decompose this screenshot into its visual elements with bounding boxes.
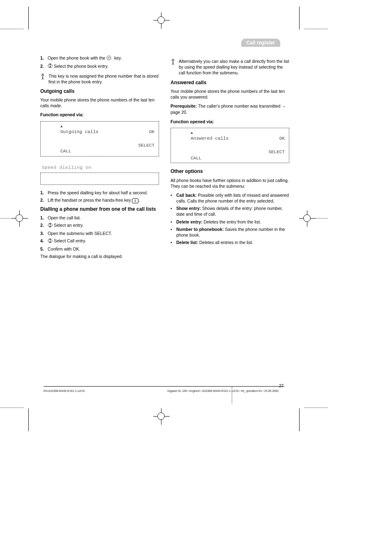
svg-rect-9 [50, 223, 51, 225]
info-icon [171, 58, 175, 66]
svg-point-1 [108, 57, 109, 58]
step-number: 2. [40, 63, 45, 70]
scroll-key-icon [48, 63, 53, 69]
lcd-up-arrow-icon: ▲ [45, 124, 154, 129]
left-column: 1. Open the phone book with the key. 2. … [40, 55, 159, 263]
svg-point-6 [42, 75, 42, 76]
registration-mark [12, 210, 28, 227]
footer: EN A31008-M449-R101-1-UZ19 Gigaset SL 10… [44, 389, 279, 392]
crop-mark [299, 408, 300, 431]
svg-rect-10 [50, 226, 51, 227]
crop-mark [28, 408, 29, 431]
section-tab: Call register [241, 39, 280, 47]
label-prerequisite: Prerequisite: [171, 104, 197, 108]
nav-key-icon [106, 55, 113, 62]
option-title: Delete list: [176, 240, 198, 245]
step: 1. Open the phone book with the key. [40, 55, 159, 62]
heading-other-options: Other options [171, 168, 289, 175]
svg-point-16 [173, 60, 174, 61]
step-text: Open the submenu with SELECT. [48, 230, 112, 236]
option-title: Show entry: [176, 206, 201, 211]
footer-left: EN A31008-M449-R101-1-UZ19 [44, 389, 85, 392]
paragraph: Prerequisite: The caller's phone number … [171, 103, 289, 115]
step-text: Open the phone book with the key. [48, 55, 122, 62]
step-number: 1. [40, 55, 45, 62]
svg-rect-12 [50, 239, 51, 240]
step-text: Press the speed dialling key for about h… [48, 190, 148, 196]
crop-mark [304, 29, 328, 29]
list-item: •Call back: Possible only with lists of … [171, 192, 289, 204]
scroll-key-icon [48, 223, 53, 229]
lcd-ok: OK [279, 136, 285, 142]
lcd-call: CALL [175, 155, 201, 161]
option-title: Call back: [176, 193, 197, 198]
lcd-select: SELECT [268, 149, 285, 155]
svg-point-7 [43, 75, 44, 76]
step-number: 1. [40, 215, 45, 221]
info-note: This key is now assigned the phone numbe… [40, 73, 159, 85]
scroll-key-icon [48, 238, 53, 244]
list-item: •Show entry: Shows details of the entry:… [171, 205, 289, 217]
registration-mark [153, 408, 170, 425]
option-title: Delete entry: [176, 219, 203, 224]
label-function-opened: Function opened via: [40, 112, 159, 117]
lcd-display-outgoing: ▲ Outgoing callsOK SELECT CALL [40, 121, 159, 157]
page-ref-arrow-icon: → [281, 104, 286, 109]
footer-right: Gigaset SL 100 / englisch / A31008-M449-… [167, 389, 279, 392]
crop-mark [304, 408, 328, 408]
lcd-display-answered: ▲ Answered callsOK SELECT CALL [171, 128, 289, 164]
svg-rect-13 [50, 241, 51, 242]
heading-outgoing-calls: Outgoing calls [40, 88, 159, 94]
step-text: Confirm with OK. [48, 246, 80, 252]
info-icon [40, 73, 45, 81]
crop-mark [28, 7, 29, 30]
registration-mark [153, 12, 170, 29]
step: 4. Select Call entry. [40, 238, 159, 244]
step: 3.Open the submenu with SELECT. [40, 230, 159, 236]
option-desc: Deletes all entries in the list. [199, 240, 253, 245]
step: 2. Select an entry. [40, 222, 159, 229]
paragraph: All phone books have further options in … [171, 177, 289, 189]
right-column: Alternatively you can also make a call d… [171, 55, 289, 263]
step-number: 4. [40, 238, 45, 244]
list-item: •Delete list: Deletes all entries in the… [171, 240, 289, 245]
lcd-up-arrow-icon: ▲ [175, 131, 285, 136]
step-text: Select an entry. [48, 222, 83, 229]
info-text: Alternatively you can also make a call d… [179, 58, 289, 76]
info-text: This key is now assigned the phone numbe… [48, 73, 159, 85]
step: 1. Press the speed dialling key for abou… [40, 190, 159, 196]
paragraph: Your mobile phone stores the phone numbe… [171, 88, 289, 100]
svg-rect-4 [50, 66, 51, 67]
lcd-display-empty [40, 173, 159, 185]
list-item: •Delete entry: Deletes the entry from th… [171, 219, 289, 225]
lcd-ok: OK [149, 129, 154, 135]
label-function-opened: Function opened via: [171, 119, 289, 124]
info-note: Alternatively you can also make a call d… [171, 58, 289, 76]
step-text: Select the phone book entry. [48, 63, 108, 70]
paragraph: The dialogue for making a call is displa… [40, 253, 159, 259]
svg-point-5 [42, 74, 44, 75]
option-title: Number to phonebook: [176, 227, 224, 232]
lcd-line: Answered calls [175, 136, 228, 142]
option-desc: Deletes the entry from the list. [204, 219, 261, 224]
step-text: Lift the handset or press the hands-free… [48, 197, 140, 203]
step: 5.Confirm with OK. [40, 246, 159, 252]
handsfree-key-icon: ⟪ [132, 198, 138, 203]
step-number: 2. [40, 222, 45, 229]
svg-point-14 [173, 59, 174, 60]
step-number: 1. [40, 190, 45, 196]
registration-mark [299, 210, 316, 227]
heading-answered-calls: Answered calls [171, 79, 289, 86]
step-number: 3. [40, 230, 45, 236]
page-content: Call register 1. Open the phone book wit… [29, 30, 299, 408]
list-item: •Number to phonebook: Saves the phone nu… [171, 226, 289, 238]
lcd-line: Outgoing calls [45, 129, 98, 135]
step-text: Open the call list. [48, 215, 81, 221]
step-number: 2. [40, 197, 45, 203]
step-text: Select Call entry. [48, 238, 86, 244]
lcd-select: SELECT [138, 143, 154, 149]
two-column-layout: 1. Open the phone book with the key. 2. … [40, 55, 289, 263]
step: 1.Open the call list. [40, 215, 159, 221]
svg-point-15 [172, 60, 173, 61]
lcd-label-speed-dialling: Speed dialling on [40, 165, 159, 171]
